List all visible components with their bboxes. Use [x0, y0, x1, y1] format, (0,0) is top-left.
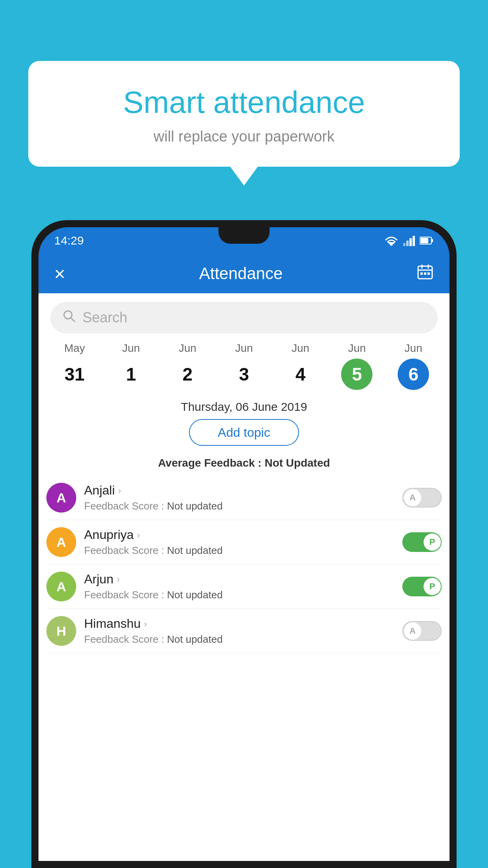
student-name: Arjun ›: [84, 572, 394, 587]
toggle-thumb: A: [404, 622, 421, 640]
student-feedback: Feedback Score : Not updated: [84, 544, 394, 557]
avg-feedback: Average Feedback : Not Updated: [39, 457, 449, 469]
feedback-value: Not updated: [167, 544, 223, 556]
toggle-thumb: A: [404, 489, 421, 506]
student-info: Himanshu ›Feedback Score : Not updated: [84, 616, 394, 645]
student-info: Anjali ›Feedback Score : Not updated: [84, 483, 394, 512]
signal-icon: [403, 235, 415, 246]
feedback-value: Not updated: [167, 500, 223, 512]
close-button[interactable]: ×: [54, 263, 65, 285]
bubble-title: Smart attendance: [52, 85, 436, 120]
student-avatar: H: [46, 616, 76, 646]
calendar-month-label: Jun: [292, 342, 309, 355]
student-item[interactable]: AAnupriya ›Feedback Score : Not updatedP: [46, 520, 442, 565]
svg-rect-2: [406, 241, 409, 246]
calendar-day[interactable]: Jun1: [103, 342, 160, 390]
status-bar: 14:29: [39, 227, 449, 254]
svg-rect-12: [420, 272, 423, 275]
attendance-toggle[interactable]: P: [402, 532, 442, 552]
calendar-month-label: Jun: [235, 342, 253, 355]
status-icons: [384, 235, 434, 246]
svg-rect-4: [413, 236, 415, 246]
student-list: AAnjali ›Feedback Score : Not updatedAAA…: [39, 476, 449, 653]
student-item[interactable]: AArjun ›Feedback Score : Not updatedP: [46, 565, 442, 609]
student-info: Arjun ›Feedback Score : Not updated: [84, 572, 394, 601]
attendance-toggle[interactable]: A: [402, 488, 442, 508]
battery-icon: [420, 236, 434, 245]
search-icon: [62, 309, 76, 327]
svg-rect-1: [403, 243, 405, 246]
calendar-day-number[interactable]: 5: [341, 359, 372, 390]
calendar-day[interactable]: Jun5: [329, 342, 385, 390]
svg-rect-6: [431, 239, 433, 242]
app-bar-title: Attendance: [65, 264, 416, 283]
calendar-day-number[interactable]: 3: [228, 359, 260, 390]
toggle-track: P: [402, 532, 442, 552]
avg-feedback-value: Not Updated: [264, 457, 330, 469]
toggle-thumb: P: [424, 533, 441, 551]
calendar-day[interactable]: May31: [46, 342, 103, 390]
calendar-day-number[interactable]: 2: [172, 359, 203, 390]
calendar-strip: May31Jun1Jun2Jun3Jun4Jun5Jun6: [39, 342, 449, 394]
calendar-day[interactable]: Jun3: [216, 342, 272, 390]
toggle-track: A: [402, 621, 442, 641]
toggle-thumb: P: [424, 578, 441, 595]
student-item[interactable]: AAnjali ›Feedback Score : Not updatedA: [46, 476, 442, 520]
calendar-month-label: Jun: [122, 342, 140, 355]
avg-feedback-label: Average Feedback :: [158, 457, 262, 469]
student-feedback: Feedback Score : Not updated: [84, 589, 394, 601]
student-avatar: A: [46, 572, 76, 601]
speech-bubble: Smart attendance will replace your paper…: [28, 61, 460, 167]
student-item[interactable]: HHimanshu ›Feedback Score : Not updatedA: [46, 609, 442, 653]
calendar-day[interactable]: Jun2: [159, 342, 216, 390]
search-container: Search: [39, 293, 449, 342]
chevron-icon: ›: [137, 530, 140, 541]
content-area: Search May31Jun1Jun2Jun3Jun4Jun5Jun6 Thu…: [39, 293, 449, 861]
feedback-value: Not updated: [167, 589, 223, 601]
wifi-icon: [384, 235, 398, 246]
notch: [218, 227, 270, 244]
calendar-day-number[interactable]: 1: [116, 359, 147, 390]
chevron-icon: ›: [118, 485, 121, 496]
calendar-button[interactable]: [416, 263, 434, 284]
student-name: Himanshu ›: [84, 616, 394, 631]
student-feedback: Feedback Score : Not updated: [84, 633, 394, 645]
phone-inner: 14:29: [39, 227, 449, 861]
calendar-icon: [416, 263, 434, 280]
search-bar[interactable]: Search: [50, 302, 438, 333]
svg-rect-13: [424, 272, 426, 275]
chevron-icon: ›: [117, 574, 120, 585]
attendance-toggle[interactable]: A: [402, 621, 442, 641]
student-avatar: A: [46, 527, 76, 557]
selected-date: Thursday, 06 June 2019: [39, 394, 449, 419]
calendar-month-label: Jun: [179, 342, 196, 355]
student-info: Anupriya ›Feedback Score : Not updated: [84, 528, 394, 557]
calendar-day[interactable]: Jun6: [385, 342, 442, 390]
toggle-track: P: [402, 577, 442, 596]
svg-line-16: [71, 318, 75, 322]
student-name: Anupriya ›: [84, 528, 394, 542]
feedback-value: Not updated: [167, 633, 223, 645]
search-placeholder: Search: [83, 309, 127, 326]
app-bar: × Attendance: [39, 254, 449, 293]
add-topic-button[interactable]: Add topic: [189, 419, 299, 446]
student-feedback: Feedback Score : Not updated: [84, 500, 394, 512]
student-name: Anjali ›: [84, 483, 394, 498]
calendar-day[interactable]: Jun4: [272, 342, 329, 390]
calendar-day-number[interactable]: 4: [285, 359, 316, 390]
toggle-track: A: [402, 488, 442, 508]
svg-marker-0: [387, 242, 395, 246]
svg-rect-7: [420, 238, 428, 243]
student-avatar: A: [46, 483, 76, 513]
calendar-month-label: Jun: [348, 342, 366, 355]
calendar-day-number[interactable]: 31: [59, 359, 90, 390]
calendar-month-label: May: [64, 342, 85, 355]
attendance-toggle[interactable]: P: [402, 577, 442, 596]
calendar-month-label: Jun: [405, 342, 422, 355]
add-topic-wrap: Add topic: [39, 419, 449, 451]
svg-rect-14: [427, 272, 430, 275]
calendar-day-number[interactable]: 6: [398, 359, 429, 390]
bubble-subtitle: will replace your paperwork: [52, 128, 436, 145]
svg-rect-3: [409, 238, 412, 246]
status-time: 14:29: [54, 234, 84, 247]
